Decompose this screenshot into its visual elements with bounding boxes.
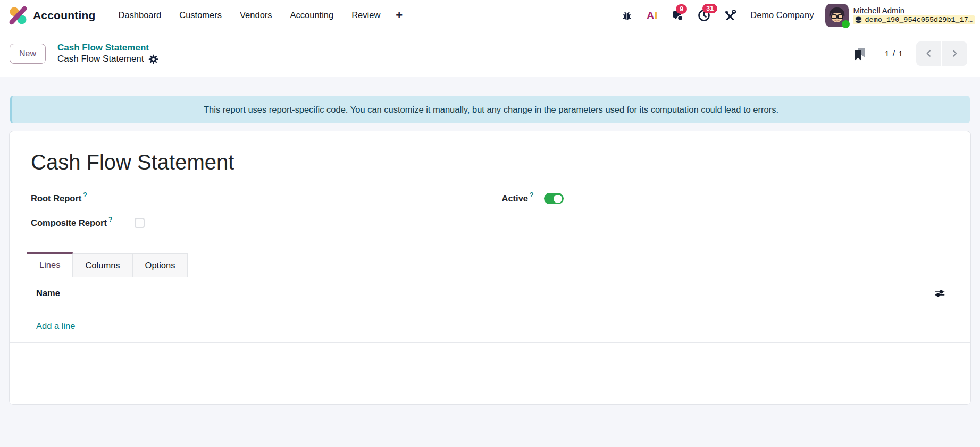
optional-columns-icon[interactable] xyxy=(935,289,945,298)
breadcrumb: Cash Flow Statement Cash Flow Statement xyxy=(57,43,158,64)
activities-badge: 31 xyxy=(702,4,717,13)
lines-list: Name Add a line xyxy=(10,277,970,343)
app-switcher[interactable]: Accounting xyxy=(9,6,96,25)
main-menu: Dashboard Customers Vendors Accounting R… xyxy=(110,6,409,24)
company-switcher[interactable]: Demo Company xyxy=(745,7,819,23)
pager-next-button[interactable] xyxy=(942,41,967,66)
info-banner: This report uses report-specific code. Y… xyxy=(10,96,970,123)
ai-icon: AI xyxy=(647,10,657,21)
column-header-name: Name xyxy=(10,288,60,298)
composite-report-label: Composite Report xyxy=(31,218,107,228)
debug-button[interactable] xyxy=(616,6,638,24)
new-button[interactable]: New xyxy=(10,44,46,64)
database-label: demo_190_954c055d29b1_17… xyxy=(853,15,975,24)
chevron-left-icon xyxy=(925,49,933,57)
online-status-dot xyxy=(842,20,850,28)
active-toggle[interactable] xyxy=(544,193,564,204)
tab-columns[interactable]: Columns xyxy=(73,253,132,277)
top-navbar: Accounting Dashboard Customers Vendors A… xyxy=(0,0,980,30)
add-a-line-link[interactable]: Add a line xyxy=(10,321,75,331)
ai-button[interactable]: AI xyxy=(642,6,662,24)
tab-lines[interactable]: Lines xyxy=(27,252,73,277)
gear-icon[interactable] xyxy=(148,54,158,64)
report-name-field[interactable]: Cash Flow Statement xyxy=(10,131,970,175)
app-name: Accounting xyxy=(33,9,96,22)
form-sheet: Cash Flow Statement Root Report ? Active… xyxy=(9,131,971,405)
menu-review[interactable]: Review xyxy=(342,6,389,24)
pager: 1 / 1 xyxy=(852,41,967,66)
menu-vendors[interactable]: Vendors xyxy=(231,6,281,24)
messages-button[interactable]: 9 xyxy=(666,6,689,24)
pager-previous-button[interactable] xyxy=(916,41,942,66)
notebook-tabs: Lines Columns Options xyxy=(10,252,970,277)
user-menu[interactable]: Mitchell Admin demo_190_954c055d29b1_17… xyxy=(825,4,975,27)
support-tools-button[interactable] xyxy=(719,6,741,24)
menu-accounting[interactable]: Accounting xyxy=(281,6,343,24)
bookmark-icon[interactable] xyxy=(852,47,866,61)
accounting-logo-icon xyxy=(9,6,28,25)
activities-button[interactable]: 31 xyxy=(693,6,715,25)
bug-icon xyxy=(621,10,633,21)
plus-icon[interactable]: + xyxy=(389,6,409,24)
composite-report-checkbox[interactable] xyxy=(135,218,145,228)
toggle-knob xyxy=(554,195,562,203)
systray: AI 9 31 xyxy=(616,4,975,27)
user-name: Mitchell Admin xyxy=(853,6,975,15)
pager-value: 1 / 1 xyxy=(885,49,903,58)
messages-badge: 9 xyxy=(676,4,687,14)
help-icon: ? xyxy=(530,191,533,199)
help-icon: ? xyxy=(83,191,87,199)
menu-customers[interactable]: Customers xyxy=(170,6,231,24)
root-report-label: Root Report xyxy=(31,193,81,204)
control-panel: New Cash Flow Statement Cash Flow Statem… xyxy=(0,30,980,77)
list-header-row: Name xyxy=(10,277,970,309)
chevron-right-icon xyxy=(951,49,959,57)
tools-icon xyxy=(724,10,736,21)
active-label: Active xyxy=(502,193,529,204)
tab-options[interactable]: Options xyxy=(133,253,188,277)
database-icon xyxy=(855,16,862,24)
form-fields: Root Report ? Active ? Composite Report … xyxy=(10,175,970,228)
info-banner-text: This report uses report-specific code. Y… xyxy=(204,105,778,115)
main-content: This report uses report-specific code. Y… xyxy=(0,77,980,405)
add-line-row: Add a line xyxy=(10,309,970,343)
breadcrumb-parent-link[interactable]: Cash Flow Statement xyxy=(57,43,158,53)
help-icon: ? xyxy=(108,216,112,223)
menu-dashboard[interactable]: Dashboard xyxy=(110,6,171,24)
breadcrumb-current: Cash Flow Statement xyxy=(57,54,144,64)
